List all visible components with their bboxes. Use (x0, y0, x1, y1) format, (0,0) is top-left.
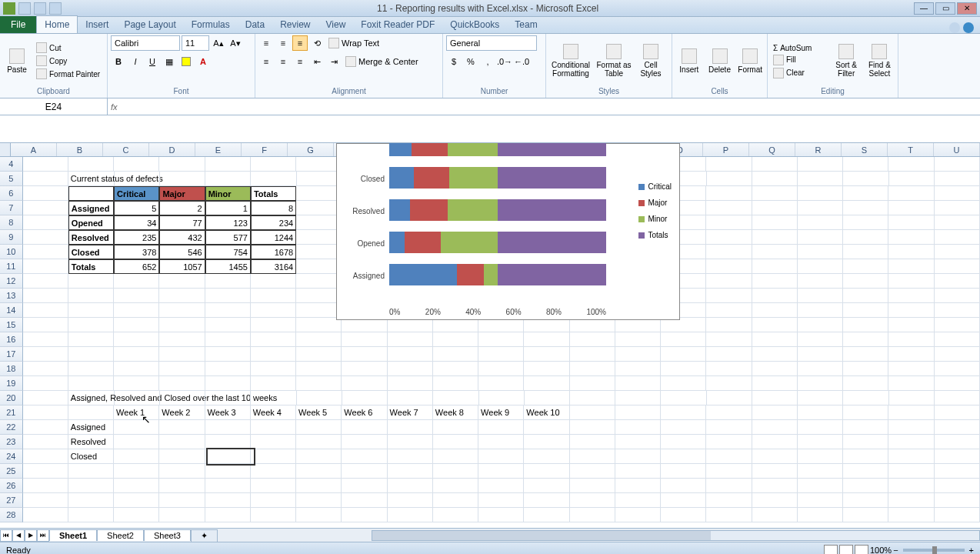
fx-icon[interactable]: fx (111, 102, 118, 112)
cell-D4[interactable] (159, 157, 205, 172)
cell-P16[interactable] (706, 332, 752, 347)
cell-K21[interactable]: Week 9 (478, 405, 524, 420)
cell-R12[interactable] (798, 274, 843, 289)
horizontal-scrollbar[interactable] (372, 530, 980, 541)
cell-T26[interactable] (888, 479, 934, 493)
cell-S19[interactable] (843, 376, 888, 391)
column-header-Q[interactable]: Q (749, 143, 795, 156)
row-header-22[interactable]: 22 (0, 420, 23, 435)
cell-P15[interactable] (706, 318, 752, 332)
cell-T24[interactable] (888, 449, 934, 464)
cell-J16[interactable] (433, 332, 478, 347)
cell-S12[interactable] (843, 274, 888, 289)
normal-view-button[interactable] (824, 545, 838, 555)
row-header-16[interactable]: 16 (0, 332, 23, 347)
cell-Q17[interactable] (752, 347, 798, 362)
insert-cells-button[interactable]: Insert (675, 40, 703, 82)
cell-K19[interactable] (478, 376, 524, 391)
column-header-G[interactable]: G (288, 143, 334, 156)
cell-P5[interactable] (707, 172, 752, 186)
cell-B10[interactable]: Closed (68, 245, 114, 259)
cell-Q12[interactable] (752, 274, 798, 289)
cell-K27[interactable] (478, 493, 524, 508)
cell-J18[interactable] (433, 362, 478, 376)
cell-C22[interactable] (114, 420, 159, 435)
cell-E4[interactable] (205, 157, 251, 172)
cell-D19[interactable] (159, 376, 205, 391)
cell-S25[interactable] (843, 464, 888, 479)
bold-button[interactable]: B (111, 54, 126, 69)
cell-Q21[interactable] (752, 405, 798, 420)
cell-T27[interactable] (888, 493, 934, 508)
cell-Q27[interactable] (752, 493, 798, 508)
cell-U27[interactable] (935, 493, 980, 508)
sheet-tab-3[interactable]: Sheet3 (144, 529, 191, 541)
cell-E16[interactable] (205, 332, 251, 347)
decrease-decimal-icon[interactable]: ←.0 (514, 54, 529, 69)
cell-L27[interactable] (524, 493, 569, 508)
cell-C28[interactable] (114, 508, 159, 522)
tab-foxit[interactable]: Foxit Reader PDF (353, 16, 442, 33)
cell-A6[interactable] (23, 186, 68, 201)
cell-B7[interactable]: Assigned (68, 201, 114, 215)
cell-P28[interactable] (706, 508, 752, 522)
cell-D27[interactable] (159, 493, 205, 508)
select-all-corner[interactable] (0, 143, 11, 156)
cell-J27[interactable] (433, 493, 478, 508)
cell-N24[interactable] (615, 449, 661, 464)
cell-L21[interactable]: Week 10 (524, 405, 569, 420)
cell-A16[interactable] (23, 332, 68, 347)
cell-H17[interactable] (342, 347, 387, 362)
save-icon[interactable] (18, 2, 31, 15)
cell-I21[interactable]: Week 7 (388, 405, 433, 420)
cell-C17[interactable] (114, 347, 159, 362)
cell-S7[interactable] (843, 201, 888, 215)
cell-E5[interactable] (205, 172, 251, 186)
cell-E6[interactable]: Minor (205, 186, 251, 201)
cell-T17[interactable] (888, 347, 934, 362)
cell-A28[interactable] (23, 508, 68, 522)
cell-T20[interactable] (889, 391, 935, 405)
cell-G15[interactable] (296, 318, 342, 332)
cell-B8[interactable]: Opened (68, 215, 114, 230)
cell-P8[interactable] (706, 215, 752, 230)
cell-S28[interactable] (843, 508, 888, 522)
cell-E18[interactable] (205, 362, 251, 376)
decrease-font-icon[interactable]: A▾ (228, 35, 243, 51)
cell-K23[interactable] (478, 435, 524, 449)
cell-F22[interactable] (251, 420, 296, 435)
tab-team[interactable]: Team (507, 16, 545, 33)
cell-T16[interactable] (888, 332, 934, 347)
cell-O26[interactable] (661, 479, 706, 493)
cell-K17[interactable] (478, 347, 524, 362)
cell-D18[interactable] (159, 362, 205, 376)
tab-review[interactable]: Review (272, 16, 318, 33)
cell-F17[interactable] (251, 347, 296, 362)
column-header-D[interactable]: D (149, 143, 195, 156)
cell-E21[interactable]: Week 3 (205, 405, 251, 420)
cell-Q8[interactable] (752, 215, 798, 230)
row-header-27[interactable]: 27 (0, 493, 23, 508)
cell-P22[interactable] (706, 420, 752, 435)
cell-K20[interactable] (479, 391, 525, 405)
sheet-nav-last[interactable]: ⏭ (37, 529, 49, 542)
cell-M27[interactable] (570, 493, 615, 508)
align-top-icon[interactable]: ≡ (258, 35, 274, 51)
cell-F21[interactable]: Week 4 (251, 405, 296, 420)
cell-O28[interactable] (661, 508, 706, 522)
cell-T7[interactable] (888, 201, 934, 215)
cell-D12[interactable] (159, 274, 205, 289)
merge-center-button[interactable]: Merge & Center (343, 54, 428, 69)
row-header-17[interactable]: 17 (0, 347, 23, 362)
cell-M22[interactable] (570, 420, 615, 435)
cell-N23[interactable] (615, 435, 661, 449)
cell-C4[interactable] (114, 157, 159, 172)
cell-J24[interactable] (433, 449, 478, 464)
cell-A25[interactable] (23, 464, 68, 479)
currency-icon[interactable]: $ (446, 54, 462, 69)
page-layout-view-button[interactable] (839, 545, 853, 555)
cell-A21[interactable] (23, 405, 68, 420)
paste-button[interactable]: Paste (3, 40, 31, 82)
cell-Q15[interactable] (752, 318, 798, 332)
cell-C27[interactable] (114, 493, 159, 508)
